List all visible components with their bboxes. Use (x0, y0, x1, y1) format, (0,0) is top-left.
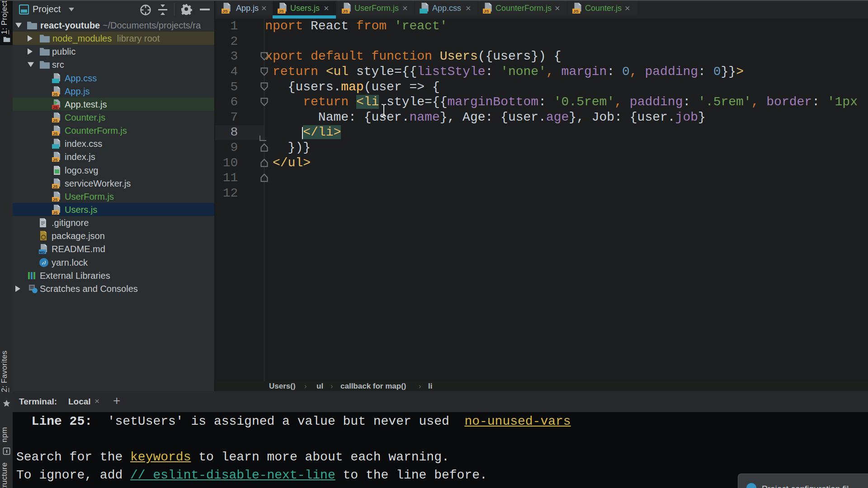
svg-text:JS: JS (53, 157, 58, 162)
svg-text:MD: MD (39, 250, 45, 254)
svg-text:JS: JS (53, 131, 58, 136)
svg-text:JS: JS (53, 184, 58, 188)
svg-text:JS: JS (222, 9, 228, 14)
svg-text:JS: JS (484, 9, 489, 14)
svg-text:JS: JS (343, 9, 348, 14)
svg-text:JS: JS (53, 197, 58, 202)
svg-text:JS: JS (278, 9, 284, 14)
svg-text:JS: JS (573, 9, 579, 14)
svg-text:JS: JS (53, 105, 58, 109)
svg-text:JS: JS (53, 210, 58, 215)
svg-text:JS: JS (53, 92, 58, 96)
svg-text:JS: JS (53, 118, 58, 122)
